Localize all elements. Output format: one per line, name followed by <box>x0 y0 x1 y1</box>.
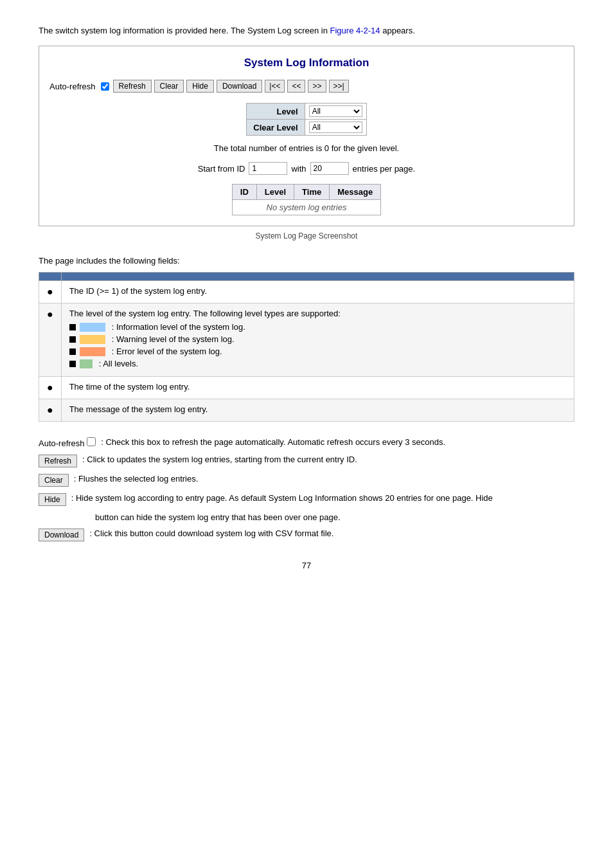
auto-refresh-label: Auto-refresh <box>49 82 96 91</box>
intro-text-after: appears. <box>382 26 415 35</box>
per-page-label: entries per page. <box>353 164 416 174</box>
clear-level-label: Clear Level <box>247 120 305 136</box>
hide-extra-text: button can hide the system log entry tha… <box>95 512 574 522</box>
level-label: Level <box>247 104 305 120</box>
col-message: Message <box>330 185 381 200</box>
error-badge <box>80 347 105 356</box>
desc-download: Download : Click this button could downl… <box>39 529 574 541</box>
sq-bullet-icon <box>69 324 76 330</box>
desc-hide: Hide : Hide system log according to entr… <box>39 493 574 506</box>
clear-button[interactable]: Clear <box>154 80 184 93</box>
intro-text-before: The switch system log information is pro… <box>39 26 330 35</box>
table-row: ● The level of the system log entry. The… <box>39 303 574 377</box>
desc-refresh: Refresh : Click to updates the system lo… <box>39 455 574 467</box>
level-description-text: The level of the system log entry. The f… <box>69 309 341 318</box>
total-entries-text: The total number of entries is 0 for the… <box>49 143 564 153</box>
refresh-desc-text: : Click to updates the system log entrie… <box>82 455 574 464</box>
toolbar: Auto-refresh Refresh Clear Hide Download… <box>49 80 564 93</box>
message-description: The message of the system log entry. <box>69 404 208 414</box>
nav-last-button[interactable]: >>| <box>329 80 349 93</box>
nav-first-button[interactable]: |<< <box>265 80 285 93</box>
list-item: : Error level of the system log. <box>69 347 566 356</box>
nav-prev-button[interactable]: << <box>287 80 305 93</box>
list-item: : Information level of the system log. <box>69 322 566 332</box>
level-select[interactable]: All Information Warning Error <box>309 105 362 117</box>
fields-table: ● The ID (>= 1) of the system log entry.… <box>39 272 574 422</box>
page-number: 77 <box>39 561 574 570</box>
hide-desc-button[interactable]: Hide <box>39 493 66 506</box>
log-table: ID Level Time Message No system log entr… <box>232 184 381 215</box>
start-from-id-input[interactable] <box>249 162 287 175</box>
entries-per-page-input[interactable] <box>310 162 349 175</box>
desc-auto-refresh: Auto-refresh : Check this box to refresh… <box>39 437 574 448</box>
start-from-row: Start from ID with entries per page. <box>49 162 564 175</box>
log-table-wrapper: ID Level Time Message No system log entr… <box>49 184 564 215</box>
table-row: ● The ID (>= 1) of the system log entry. <box>39 281 574 303</box>
all-badge <box>80 359 93 368</box>
info-label: : Information level of the system log. <box>112 322 245 332</box>
bullet-icon: ● <box>47 382 53 393</box>
screenshot-caption: System Log Page Screenshot <box>39 231 574 240</box>
bullet-icon: ● <box>47 309 53 320</box>
download-button[interactable]: Download <box>217 80 262 93</box>
col-level: Level <box>256 185 294 200</box>
refresh-button[interactable]: Refresh <box>113 80 152 93</box>
error-label: : Error level of the system log. <box>112 347 222 356</box>
fields-col-desc <box>61 273 574 281</box>
list-item: : All levels. <box>69 359 566 368</box>
warning-label: : Warning level of the system log. <box>112 334 235 344</box>
level-types-list: : Information level of the system log. :… <box>69 322 566 368</box>
hide-desc-text: : Hide system log according to entry pag… <box>71 493 574 503</box>
figure-link[interactable]: Figure 4-2-14 <box>330 26 380 35</box>
with-label: with <box>291 164 306 174</box>
auto-refresh-desc-checkbox[interactable] <box>87 437 96 446</box>
auto-refresh-checkbox[interactable] <box>101 82 109 91</box>
bullet-icon: ● <box>47 286 53 297</box>
col-time: Time <box>294 185 330 200</box>
intro-paragraph: The switch system log information is pro… <box>39 26 574 35</box>
level-section: Level All Information Warning Error Clea… <box>49 103 564 136</box>
table-row: ● The time of the system log entry. <box>39 377 574 399</box>
refresh-desc-button[interactable]: Refresh <box>39 455 77 467</box>
info-badge <box>80 323 105 332</box>
no-entries-row: No system log entries <box>232 200 380 215</box>
desc-section: Auto-refresh : Check this box to refresh… <box>39 437 574 541</box>
time-description: The time of the system log entry. <box>69 382 190 392</box>
bullet-icon: ● <box>47 404 53 415</box>
all-label: : All levels. <box>99 359 138 368</box>
syslog-panel: System Log Information Auto-refresh Refr… <box>39 46 574 226</box>
clear-desc-text: : Flushes the selected log entries. <box>74 474 574 484</box>
hide-button[interactable]: Hide <box>186 80 214 93</box>
table-row: ● The message of the system log entry. <box>39 399 574 422</box>
list-item: : Warning level of the system log. <box>69 334 566 344</box>
fields-intro: The page includes the following fields: <box>39 256 574 266</box>
nav-next-button[interactable]: >> <box>308 80 326 93</box>
fields-col-bullet <box>39 273 62 281</box>
download-desc-text: : Click this button could download syste… <box>89 529 574 538</box>
panel-title: System Log Information <box>49 57 564 69</box>
auto-refresh-desc-text: : Check this box to refresh the page aut… <box>101 437 574 447</box>
desc-clear: Clear : Flushes the selected log entries… <box>39 474 574 487</box>
sq-bullet-icon <box>69 361 76 367</box>
warning-badge <box>80 335 105 344</box>
sq-bullet-icon <box>69 336 76 343</box>
auto-refresh-desc-label: Auto-refresh <box>39 437 96 448</box>
col-id: ID <box>232 185 256 200</box>
download-desc-button[interactable]: Download <box>39 529 84 541</box>
clear-desc-button[interactable]: Clear <box>39 474 69 487</box>
sq-bullet-icon <box>69 348 76 355</box>
clear-level-select[interactable]: All Information Warning Error <box>309 122 362 133</box>
start-from-label: Start from ID <box>198 164 245 174</box>
level-table: Level All Information Warning Error Clea… <box>246 103 366 136</box>
id-description: The ID (>= 1) of the system log entry. <box>69 286 207 296</box>
